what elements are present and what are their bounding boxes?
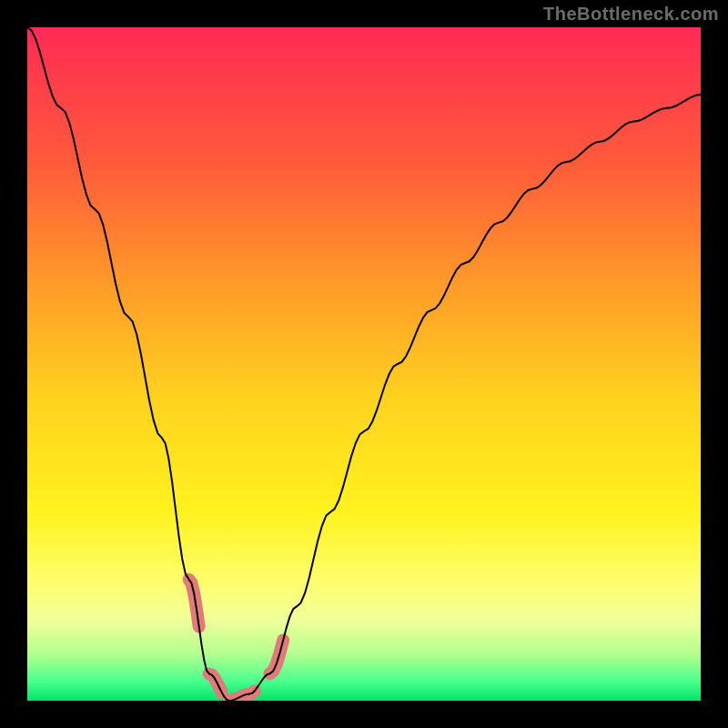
- chart-stage: TheBottleneck.com: [0, 0, 728, 728]
- svg-rect-0: [27, 27, 701, 701]
- watermark-label: TheBottleneck.com: [543, 4, 719, 25]
- background-gradient: [27, 27, 701, 701]
- plot-area: [27, 27, 701, 701]
